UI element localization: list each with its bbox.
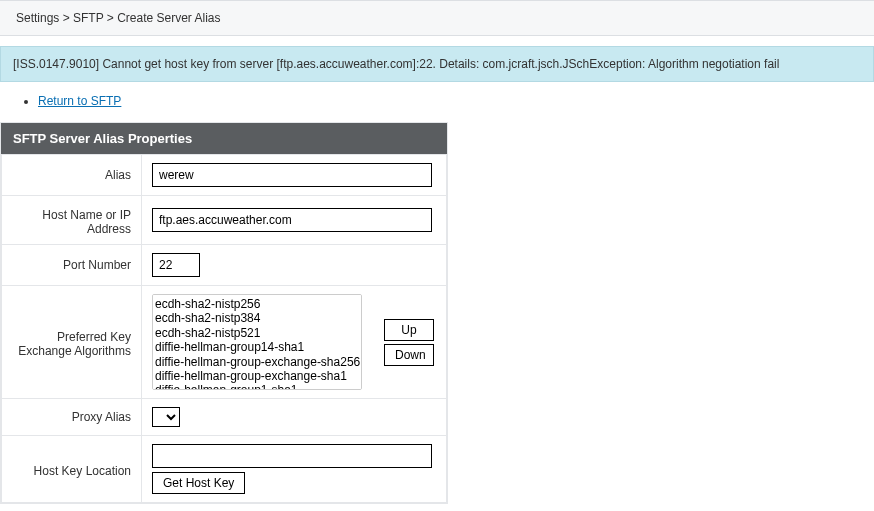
- keyex-option[interactable]: ecdh-sha2-nistp384: [155, 311, 359, 325]
- return-link[interactable]: Return to SFTP: [38, 94, 121, 108]
- get-host-key-button[interactable]: Get Host Key: [152, 472, 245, 494]
- error-alert: [ISS.0147.9010] Cannot get host key from…: [0, 46, 874, 82]
- hostname-label: Host Name or IP Address: [2, 196, 142, 245]
- keyex-option[interactable]: diffie-hellman-group-exchange-sha256: [155, 355, 359, 369]
- keyex-label: Preferred Key Exchange Algorithms: [2, 286, 142, 399]
- keyex-option[interactable]: diffie-hellman-group1-sha1: [155, 383, 359, 390]
- up-button[interactable]: Up: [384, 319, 434, 341]
- panel-title: SFTP Server Alias Properties: [1, 123, 447, 154]
- proxy-label: Proxy Alias: [2, 399, 142, 436]
- keyex-option[interactable]: ecdh-sha2-nistp256: [155, 297, 359, 311]
- properties-panel: SFTP Server Alias Properties Alias Host …: [0, 122, 448, 504]
- hostkey-input[interactable]: [152, 444, 432, 468]
- down-button[interactable]: Down: [384, 344, 434, 366]
- port-input[interactable]: [152, 253, 200, 277]
- alias-label: Alias: [2, 155, 142, 196]
- proxy-select[interactable]: [152, 407, 180, 427]
- keyex-option[interactable]: ecdh-sha2-nistp521: [155, 326, 359, 340]
- keyex-option[interactable]: diffie-hellman-group14-sha1: [155, 340, 359, 354]
- hostkey-label: Host Key Location: [2, 436, 142, 503]
- breadcrumb: Settings > SFTP > Create Server Alias: [0, 0, 874, 36]
- port-label: Port Number: [2, 245, 142, 286]
- keyex-option[interactable]: diffie-hellman-group-exchange-sha1: [155, 369, 359, 383]
- alias-input[interactable]: [152, 163, 432, 187]
- hostname-input[interactable]: [152, 208, 432, 232]
- keyex-select[interactable]: ecdh-sha2-nistp256ecdh-sha2-nistp384ecdh…: [152, 294, 362, 390]
